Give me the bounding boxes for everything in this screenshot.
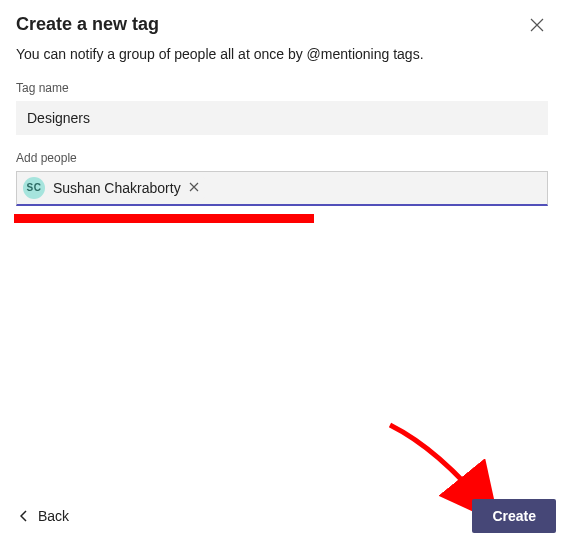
tag-name-field: Tag name Designers [16, 81, 548, 135]
back-button[interactable]: Back [16, 502, 73, 530]
dialog-title: Create a new tag [16, 14, 159, 35]
back-button-label: Back [38, 508, 69, 524]
person-chip: SC Sushan Chakraborty [23, 177, 205, 199]
add-people-input[interactable]: SC Sushan Chakraborty [16, 171, 548, 206]
tag-name-label: Tag name [16, 81, 548, 95]
close-icon [530, 18, 544, 32]
add-people-label: Add people [16, 151, 548, 165]
dialog-subtitle: You can notify a group of people all at … [16, 45, 548, 65]
redaction-bar [14, 214, 314, 223]
avatar: SC [23, 177, 45, 199]
add-people-field: Add people SC Sushan Chakraborty [16, 151, 548, 206]
person-chip-name: Sushan Chakraborty [53, 180, 181, 196]
tag-name-input[interactable]: Designers [16, 101, 548, 135]
create-button[interactable]: Create [472, 499, 556, 533]
close-icon [189, 182, 199, 192]
chevron-left-icon [20, 510, 28, 522]
remove-person-button[interactable] [181, 180, 205, 195]
close-button[interactable] [526, 14, 548, 39]
